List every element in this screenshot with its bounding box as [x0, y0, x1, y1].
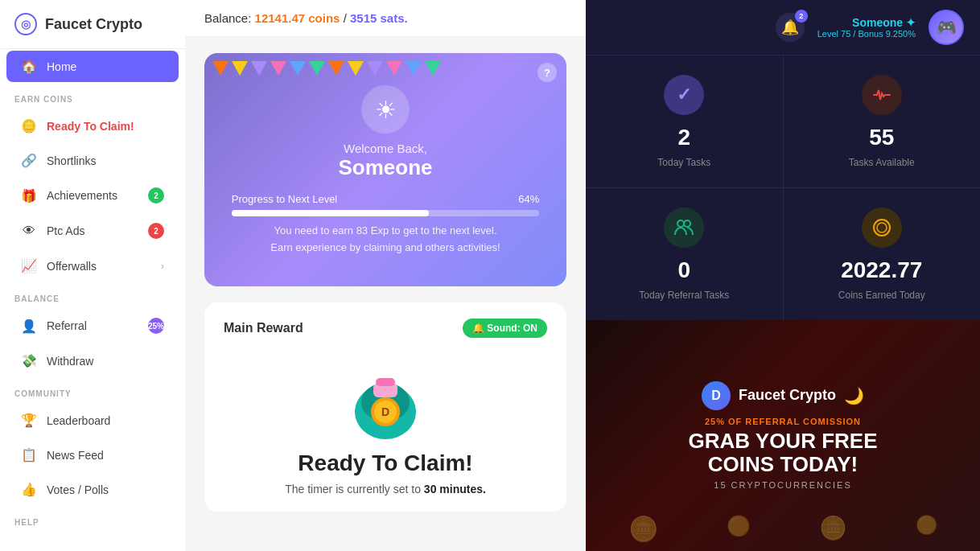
stat-coins-earned: 2022.77 Coins Earned Today: [784, 188, 981, 320]
coin-bag-visual: D: [345, 354, 426, 442]
home-icon: 🏠: [21, 59, 37, 74]
leaderboard-label: Leaderboard: [47, 414, 110, 427]
sidebar: ◎ Faucet Crypto 🏠 Home EARN COINS 🪙 Read…: [0, 0, 185, 551]
sidebar-item-shortlinks[interactable]: 🔗 Shortlinks: [6, 145, 179, 176]
ptc-badge: 2: [148, 223, 164, 239]
main-content: Balance: 12141.47 coins / 3515 sats. ? ☀…: [185, 0, 586, 551]
progress-bar-fill: [232, 210, 429, 216]
svg-text:D: D: [381, 405, 389, 418]
claim-icon: 🪙: [21, 118, 37, 134]
ad-area: D Faucet Crypto 🌙 25% OF REFERRAL COMISS…: [586, 320, 980, 551]
avatar: 🎮: [929, 10, 964, 45]
today-tasks-label: Today Tasks: [657, 157, 710, 168]
sidebar-item-home[interactable]: 🏠 Home: [6, 51, 179, 82]
flag: [367, 61, 383, 76]
referral-icon: 👤: [21, 319, 37, 334]
sidebar-item-home-label: Home: [47, 60, 76, 73]
section-help: HELP: [0, 507, 185, 532]
today-tasks-icon-circle: ✓: [664, 75, 704, 115]
referral-label: Referral: [47, 319, 87, 332]
achievements-icon: 🎁: [21, 188, 37, 204]
check-icon: ✓: [677, 84, 691, 105]
coins-earned-label: Coins Earned Today: [838, 290, 925, 301]
logo-icon: ◎: [14, 13, 37, 35]
banner-decorations: [204, 53, 566, 117]
welcome-username: Someone: [338, 155, 432, 180]
votes-icon: 👍: [21, 482, 37, 497]
offerwalls-arrow: ›: [161, 261, 164, 272]
user-bar: 🔔 2 Someone ✦ Level 75 / Bonus 9.250% 🎮: [586, 0, 980, 56]
sidebar-item-ptc-ads[interactable]: 👁 Ptc Ads 2: [6, 215, 179, 247]
reward-header: Main Reward 🔔 Sound: ON: [224, 319, 547, 338]
balance-display: Balance: 12141.47 coins / 3515 sats.: [204, 11, 408, 25]
flag: [251, 61, 267, 76]
referral-badge: 25%: [148, 318, 164, 334]
app-name: Faucet Crypto: [45, 16, 142, 33]
news-feed-label: News Feed: [47, 449, 104, 462]
svg-point-7: [677, 220, 684, 227]
today-tasks-value: 2: [677, 125, 690, 150]
ad-decorative-coins: 🪙 🟡 🪙 🟡: [594, 515, 972, 543]
referral-tasks-icon-circle: [664, 208, 704, 248]
sidebar-item-offerwalls[interactable]: 📈 Offerwalls ›: [6, 250, 179, 282]
flag: [328, 61, 344, 76]
ad-logo-row: D Faucet Crypto 🌙: [702, 381, 864, 410]
referral-tasks-value: 0: [677, 257, 690, 283]
ad-footer-text: 15 CRYPTOCURRENCIES: [714, 480, 851, 490]
sound-toggle[interactable]: 🔔 Sound: ON: [463, 319, 547, 338]
tasks-available-value: 55: [869, 125, 894, 150]
sidebar-item-achievements[interactable]: 🎁 Achievements 2: [6, 179, 179, 212]
ad-logo-text: Faucet Crypto: [739, 387, 836, 404]
coin-bag: D: [224, 354, 547, 442]
section-balance: BALANCE: [0, 283, 185, 308]
app-logo: ◎ Faucet Crypto: [0, 0, 185, 49]
ad-moon-icon: 🌙: [844, 386, 864, 405]
coins-earned-value: 2022.77: [841, 257, 922, 283]
user-info: Someone ✦ Level 75 / Bonus 9.250%: [817, 16, 916, 39]
main-body: ? ☀ Welcome Back, Someone Progress to Ne…: [185, 37, 586, 528]
sidebar-item-referral[interactable]: 👤 Referral 25%: [6, 310, 179, 342]
sidebar-item-news-feed[interactable]: 📋 News Feed: [6, 439, 179, 471]
referral-tasks-label: Today Referral Tasks: [639, 290, 729, 301]
reward-card: Main Reward 🔔 Sound: ON: [204, 302, 566, 512]
coin-bag-svg: D: [345, 354, 426, 442]
ad-banner[interactable]: D Faucet Crypto 🌙 25% OF REFERRAL COMISS…: [586, 320, 980, 551]
flag: [232, 61, 248, 76]
progress-exp-text: You need to earn 83 Exp to get to the ne…: [274, 224, 496, 236]
tasks-available-icon-circle: [862, 75, 902, 115]
progress-label-row: Progress to Next Level 64%: [232, 193, 540, 205]
withdraw-label: Withdraw: [47, 355, 93, 368]
shortlinks-label: Shortlinks: [47, 154, 96, 167]
svg-point-8: [684, 220, 690, 227]
shortlinks-icon: 🔗: [21, 153, 37, 168]
sidebar-item-withdraw[interactable]: 💸 Withdraw: [6, 345, 179, 376]
flag: [348, 61, 364, 76]
stat-today-tasks: ✓ 2 Today Tasks: [586, 56, 783, 187]
flag: [270, 61, 286, 76]
section-earn-coins: EARN COINS: [0, 84, 185, 109]
stat-tasks-available: 55 Tasks Available: [784, 56, 981, 187]
help-button[interactable]: ?: [537, 63, 557, 82]
reward-title: Main Reward: [224, 321, 303, 335]
tasks-available-label: Tasks Available: [849, 157, 915, 168]
flag: [386, 61, 402, 76]
sidebar-item-leaderboard[interactable]: 🏆 Leaderboard: [6, 405, 179, 436]
stats-grid: ✓ 2 Today Tasks 55 Tasks Available: [586, 56, 980, 320]
ready-claim-title: Ready To Claim!: [224, 450, 547, 476]
progress-pct: 64%: [518, 193, 539, 205]
progress-section: Progress to Next Level 64%: [232, 193, 540, 216]
timer-value: 30 minutes.: [424, 483, 486, 495]
section-community: COMMUNITY: [0, 378, 185, 403]
people-icon: [673, 217, 694, 238]
user-name: Someone ✦: [817, 16, 916, 29]
coins-earned-icon-circle: [862, 208, 902, 248]
sidebar-item-ready-to-claim[interactable]: 🪙 Ready To Claim!: [6, 110, 179, 142]
news-feed-icon: 📋: [21, 447, 37, 463]
pulse-icon: [872, 85, 891, 105]
notification-button[interactable]: 🔔 2: [776, 13, 805, 42]
timer-label: The timer is currently set to: [285, 483, 421, 495]
svg-point-9: [874, 220, 890, 236]
leaderboard-icon: 🏆: [21, 413, 37, 428]
main-header: Balance: 12141.47 coins / 3515 sats.: [185, 0, 586, 37]
sidebar-item-votes-polls[interactable]: 👍 Votes / Polls: [6, 474, 179, 505]
